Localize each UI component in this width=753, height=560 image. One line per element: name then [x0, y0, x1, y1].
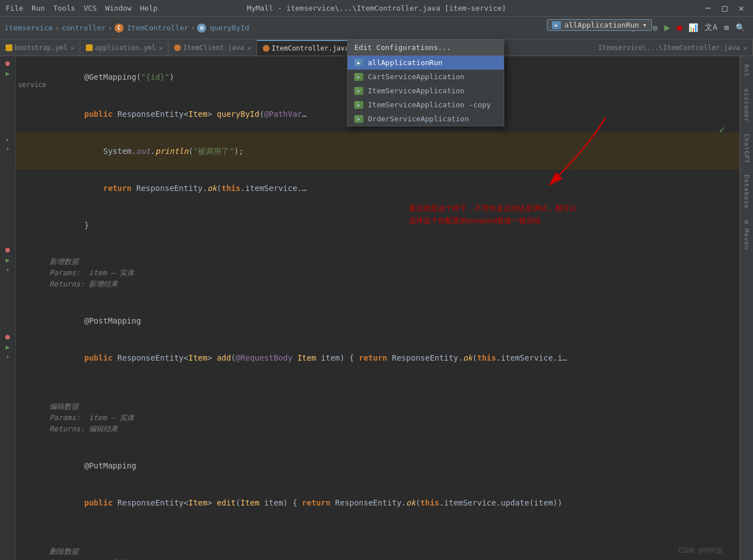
code-line-blank1 — [16, 244, 740, 256]
run-config-selector[interactable]: ▶ allApplicationRun ▾ — [547, 19, 652, 31]
dropdown-item-label-copy: ItemServiceApplication -copy — [368, 101, 491, 109]
comment-edit-title: 编辑数据 — [16, 401, 740, 412]
panel-maven[interactable]: m Maven — [741, 215, 752, 256]
tab-label-itemcontroller: ItemController.java — [272, 44, 349, 52]
layout-icon[interactable]: ⊞ — [722, 22, 731, 33]
run-config-label: allApplicationRun — [564, 21, 639, 29]
run-gutter2-icon[interactable]: ▶ — [6, 256, 10, 264]
window-title: MyMall - itemservice\...\ItemController.… — [247, 4, 506, 12]
tab-icon-application — [86, 44, 93, 51]
tab-close-right[interactable]: ✕ — [743, 45, 747, 51]
left-gutter: ● ▶ ▸ + ● ▶ + ● ▶ + — [0, 56, 16, 560]
dropdown-item-label-item: ItemServiceApplication — [368, 86, 464, 95]
breakpoint2-icon[interactable]: ● — [5, 245, 10, 254]
run-config-dropdown-menu[interactable]: Edit Configurations... ▶ allApplicationR… — [347, 39, 504, 126]
menu-run[interactable]: Run — [31, 4, 44, 12]
fold-icon-3[interactable]: + — [6, 266, 10, 274]
panel-aixcoder[interactable]: aixcoder — [741, 83, 752, 128]
tab-icon-itemclient — [174, 44, 181, 51]
dropdown-item-icon-all: ▶ — [354, 59, 363, 67]
tab-label-bootstrap: bootstrap.yml — [15, 44, 67, 52]
breadcrumb-item-controller[interactable]: ItemController — [127, 24, 189, 32]
fold-icon-1[interactable]: ▸ — [6, 136, 10, 143]
code-line-postmapping: @PostMapping — [16, 302, 740, 339]
breadcrumb-controller[interactable]: controller — [62, 24, 106, 32]
breakpoint3-icon[interactable]: ● — [5, 332, 10, 341]
dropdown-item-icon-cart: ▶ — [354, 73, 363, 81]
run-icon[interactable]: ▶ — [662, 20, 673, 34]
tab-label-itemclient: ItemClient.java — [183, 44, 244, 52]
tab-icon-itemcontroller — [263, 45, 270, 52]
run-gutter-icon[interactable]: ▶ — [6, 70, 10, 78]
run-gutter3-icon[interactable]: ▶ — [6, 343, 10, 351]
right-panel: Ant aixcoder ChatGPT Database m Maven — [740, 56, 753, 560]
tab-close-application[interactable]: ✕ — [159, 45, 162, 51]
dropdown-item-cart[interactable]: ▶ CartServiceApplication — [348, 70, 504, 84]
run-config-icon: ▶ — [552, 21, 561, 29]
code-editor[interactable]: @GetMapping("{id}") public ResponseEntit… — [16, 56, 740, 560]
minimize-button[interactable]: ─ — [702, 3, 714, 13]
edit-configurations-item[interactable]: Edit Configurations... — [348, 40, 504, 56]
fold-icon-2[interactable]: + — [6, 145, 10, 153]
breadcrumb-class-icon: C — [115, 24, 124, 33]
checkmark-icon: ✓ — [719, 124, 725, 135]
red-arrow-indicator — [504, 112, 617, 216]
tab-application[interactable]: application.yml ✕ — [80, 40, 168, 56]
code-line-brace1: } — [16, 207, 740, 244]
code-line-blank6 — [16, 521, 740, 534]
tab-itemclient[interactable]: ItemClient.java ✕ — [168, 40, 257, 56]
breadcrumb-query-by-id[interactable]: queryById — [209, 24, 249, 32]
title-bar: File Run Tools VCS Window Help MyMall - … — [0, 0, 753, 17]
dropdown-item-icon-item: ▶ — [354, 87, 363, 95]
profile-icon[interactable]: 📊 — [686, 22, 700, 33]
dropdown-item-all-app-run[interactable]: ▶ allApplicationRun — [348, 56, 504, 70]
comment-edit-params: Params: item – 实体 — [16, 412, 740, 424]
code-line-println: System.out.println("被调用了"); — [16, 133, 740, 170]
menu-file[interactable]: File — [6, 4, 23, 12]
dropdown-item-icon-copy: ▶ — [354, 101, 363, 109]
code-line-blank2 — [16, 290, 740, 302]
menu-window[interactable]: Window — [105, 4, 131, 12]
breakpoint-icon[interactable]: ● — [5, 58, 10, 67]
comment-add-title: 新增数据 — [16, 256, 740, 267]
toolbar: itemservice › controller › C ItemControl… — [0, 17, 753, 39]
service-label: service — [16, 80, 49, 90]
tab-close-bootstrap[interactable]: ✕ — [71, 45, 74, 51]
maximize-button[interactable]: □ — [719, 3, 731, 13]
panel-database[interactable]: Database — [741, 169, 752, 215]
dropdown-item-label-cart: CartServiceApplication — [368, 72, 464, 81]
fold-icon-4[interactable]: + — [6, 353, 10, 361]
menu-vcs[interactable]: VCS — [84, 4, 97, 12]
breadcrumb-method-icon: m — [197, 24, 206, 33]
translate-icon[interactable]: 文A — [702, 21, 719, 34]
tab-label-right: Itemservice\...\ItemController.java — [598, 44, 740, 52]
dropdown-item-item-service-copy[interactable]: ▶ ItemServiceApplication -copy — [348, 98, 504, 112]
search-icon[interactable]: 🔍 — [733, 22, 747, 33]
window-controls[interactable]: ─ □ ✕ — [702, 3, 747, 13]
tab-bootstrap[interactable]: bootstrap.yml ✕ — [0, 40, 80, 56]
menu-tools[interactable]: Tools — [53, 4, 75, 12]
panel-chatgpt[interactable]: ChatGPT — [741, 128, 752, 169]
menu-bar[interactable]: File Run Tools VCS Window Help — [6, 4, 158, 12]
dropdown-item-order[interactable]: ▶ OrderServiceApplication — [348, 112, 504, 126]
stop-icon[interactable]: ■ — [675, 22, 684, 33]
menu-help[interactable]: Help — [140, 4, 157, 12]
tab-close-itemclient[interactable]: ✕ — [248, 45, 251, 51]
code-line-blank4 — [16, 389, 740, 401]
dropdown-item-item-service[interactable]: ▶ ItemServiceApplication — [348, 84, 504, 98]
code-line-blank5 — [16, 435, 740, 447]
annotation-line2: 选择这个你配置的compund直接一键启动 — [409, 216, 541, 225]
comment-add-params: Params: item – 实体 — [16, 267, 740, 279]
dropdown-item-icon-order: ▶ — [354, 115, 363, 123]
tab-itemcontroller[interactable]: ItemController.java ✕ — [257, 40, 362, 56]
dropdown-item-label-all: allApplicationRun — [368, 58, 442, 67]
breadcrumb-itemservice[interactable]: itemservice — [4, 24, 53, 32]
code-line-add: public ResponseEntity<Item> add(@Request… — [16, 339, 740, 376]
code-container: @GetMapping("{id}") public ResponseEntit… — [16, 56, 740, 560]
dropdown-item-label-order: OrderServiceApplication — [368, 115, 469, 123]
panel-ant[interactable]: Ant — [741, 58, 752, 83]
code-line-putmapping: @PutMapping — [16, 447, 740, 484]
tab-itemcontroller-right[interactable]: Itemservice\...\ItemController.java ✕ — [592, 40, 753, 56]
code-line-return: return ResponseEntity.ok(this.itemServic… — [16, 170, 740, 207]
close-button[interactable]: ✕ — [735, 3, 747, 13]
